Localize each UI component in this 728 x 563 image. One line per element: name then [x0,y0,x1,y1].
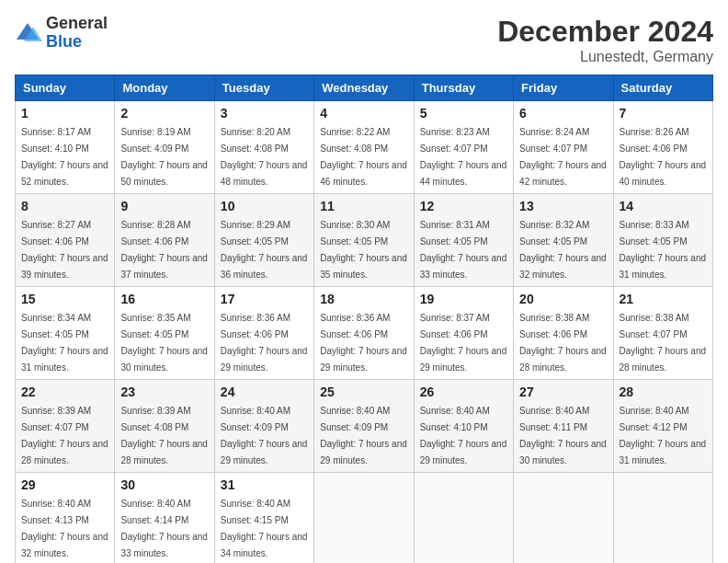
day-detail: Sunrise: 8:29 AMSunset: 4:05 PMDaylight:… [221,220,308,280]
day-detail: Sunrise: 8:38 AMSunset: 4:06 PMDaylight:… [519,313,607,373]
day-number: 10 [221,199,308,213]
calendar-cell: 9 Sunrise: 8:28 AMSunset: 4:06 PMDayligh… [115,194,214,287]
day-number: 3 [221,106,308,121]
day-detail: Sunrise: 8:23 AMSunset: 4:07 PMDaylight:… [420,127,507,187]
day-detail: Sunrise: 8:34 AMSunset: 4:05 PMDaylight:… [21,313,108,373]
day-detail: Sunrise: 8:40 AMSunset: 4:09 PMDaylight:… [320,406,407,465]
calendar-cell [314,473,414,564]
day-detail: Sunrise: 8:40 AMSunset: 4:12 PMDaylight:… [620,406,707,465]
day-number: 24 [221,385,308,399]
calendar-cell: 7 Sunrise: 8:26 AMSunset: 4:06 PMDayligh… [613,101,712,194]
day-number: 21 [620,292,707,306]
day-number: 14 [620,199,707,213]
calendar-cell: 22 Sunrise: 8:39 AMSunset: 4:07 PMDaylig… [16,380,115,473]
day-number: 5 [420,106,507,121]
day-number: 31 [221,477,308,492]
day-detail: Sunrise: 8:40 AMSunset: 4:10 PMDaylight:… [420,406,507,465]
day-number: 29 [21,477,108,492]
day-detail: Sunrise: 8:39 AMSunset: 4:07 PMDaylight:… [21,406,108,465]
calendar-cell: 26 Sunrise: 8:40 AMSunset: 4:10 PMDaylig… [414,380,513,473]
day-number: 27 [519,385,607,399]
day-detail: Sunrise: 8:22 AMSunset: 4:08 PMDaylight:… [320,127,407,187]
day-detail: Sunrise: 8:19 AMSunset: 4:09 PMDaylight:… [120,127,208,187]
day-number: 26 [420,385,507,399]
day-detail: Sunrise: 8:35 AMSunset: 4:05 PMDaylight:… [120,313,208,373]
calendar-cell: 24 Sunrise: 8:40 AMSunset: 4:09 PMDaylig… [214,380,313,473]
calendar-week-row: 15 Sunrise: 8:34 AMSunset: 4:05 PMDaylig… [16,287,713,380]
day-number: 13 [519,199,607,213]
day-number: 18 [320,292,407,306]
day-detail: Sunrise: 8:40 AMSunset: 4:15 PMDaylight:… [221,499,308,558]
logo-blue: Blue [46,33,108,52]
calendar-cell: 5 Sunrise: 8:23 AMSunset: 4:07 PMDayligh… [414,101,513,194]
day-number: 12 [420,199,507,213]
logo-general: General [46,15,108,33]
day-detail: Sunrise: 8:40 AMSunset: 4:14 PMDaylight:… [120,499,208,558]
weekday-header-tuesday: Tuesday [214,75,313,101]
calendar-cell: 6 Sunrise: 8:24 AMSunset: 4:07 PMDayligh… [514,101,613,194]
day-detail: Sunrise: 8:40 AMSunset: 4:13 PMDaylight:… [21,499,108,558]
calendar-cell: 29 Sunrise: 8:40 AMSunset: 4:13 PMDaylig… [16,473,115,564]
day-number: 15 [21,292,108,306]
calendar-week-row: 29 Sunrise: 8:40 AMSunset: 4:13 PMDaylig… [16,473,713,564]
day-number: 2 [120,106,208,121]
day-detail: Sunrise: 8:38 AMSunset: 4:07 PMDaylight:… [620,313,707,373]
day-detail: Sunrise: 8:26 AMSunset: 4:06 PMDaylight:… [620,127,707,187]
calendar-cell: 14 Sunrise: 8:33 AMSunset: 4:05 PMDaylig… [613,194,712,287]
weekday-header-saturday: Saturday [613,75,712,101]
day-number: 30 [120,477,208,492]
day-number: 8 [21,199,108,213]
calendar-table: SundayMondayTuesdayWednesdayThursdayFrid… [15,75,713,563]
calendar-cell [414,473,513,564]
day-number: 9 [120,199,208,213]
calendar-cell: 25 Sunrise: 8:40 AMSunset: 4:09 PMDaylig… [314,380,414,473]
calendar-cell: 20 Sunrise: 8:38 AMSunset: 4:06 PMDaylig… [514,287,613,380]
calendar-cell: 2 Sunrise: 8:19 AMSunset: 4:09 PMDayligh… [115,101,214,194]
calendar-cell: 13 Sunrise: 8:32 AMSunset: 4:05 PMDaylig… [514,194,613,287]
day-detail: Sunrise: 8:32 AMSunset: 4:05 PMDaylight:… [519,220,607,280]
day-detail: Sunrise: 8:37 AMSunset: 4:06 PMDaylight:… [420,313,507,373]
title-area: December 2024 Lunestedt, Germany [497,15,713,65]
calendar-cell: 1 Sunrise: 8:17 AMSunset: 4:10 PMDayligh… [16,101,115,194]
calendar-cell: 28 Sunrise: 8:40 AMSunset: 4:12 PMDaylig… [613,380,712,473]
day-detail: Sunrise: 8:39 AMSunset: 4:08 PMDaylight:… [120,406,208,465]
day-detail: Sunrise: 8:36 AMSunset: 4:06 PMDaylight:… [320,313,407,373]
calendar-cell [613,473,712,564]
calendar-cell: 19 Sunrise: 8:37 AMSunset: 4:06 PMDaylig… [414,287,513,380]
day-number: 19 [420,292,507,306]
calendar-cell: 21 Sunrise: 8:38 AMSunset: 4:07 PMDaylig… [613,287,712,380]
day-detail: Sunrise: 8:24 AMSunset: 4:07 PMDaylight:… [519,127,607,187]
calendar-week-row: 22 Sunrise: 8:39 AMSunset: 4:07 PMDaylig… [16,380,713,473]
calendar-cell: 10 Sunrise: 8:29 AMSunset: 4:05 PMDaylig… [214,194,313,287]
day-number: 11 [320,199,407,213]
calendar-cell: 15 Sunrise: 8:34 AMSunset: 4:05 PMDaylig… [16,287,115,380]
day-number: 16 [120,292,208,306]
day-number: 4 [320,106,407,121]
page-header: General Blue December 2024 Lunestedt, Ge… [15,15,713,65]
day-detail: Sunrise: 8:40 AMSunset: 4:11 PMDaylight:… [519,406,607,465]
day-number: 25 [320,385,407,399]
calendar-cell: 8 Sunrise: 8:27 AMSunset: 4:06 PMDayligh… [16,194,115,287]
calendar-cell: 17 Sunrise: 8:36 AMSunset: 4:06 PMDaylig… [214,287,313,380]
calendar-cell: 27 Sunrise: 8:40 AMSunset: 4:11 PMDaylig… [514,380,613,473]
month-title: December 2024 [497,15,713,49]
weekday-header-friday: Friday [514,75,613,101]
logo-icon [15,19,42,47]
weekday-header-wednesday: Wednesday [314,75,414,101]
day-detail: Sunrise: 8:31 AMSunset: 4:05 PMDaylight:… [420,220,507,280]
day-detail: Sunrise: 8:36 AMSunset: 4:06 PMDaylight:… [221,313,308,373]
calendar-cell: 18 Sunrise: 8:36 AMSunset: 4:06 PMDaylig… [314,287,414,380]
day-number: 1 [21,106,108,121]
day-detail: Sunrise: 8:40 AMSunset: 4:09 PMDaylight:… [221,406,308,465]
day-detail: Sunrise: 8:27 AMSunset: 4:06 PMDaylight:… [21,220,108,280]
day-number: 23 [120,385,208,399]
calendar-cell: 4 Sunrise: 8:22 AMSunset: 4:08 PMDayligh… [314,101,414,194]
day-detail: Sunrise: 8:28 AMSunset: 4:06 PMDaylight:… [120,220,208,280]
location-title: Lunestedt, Germany [497,49,713,65]
calendar-cell: 12 Sunrise: 8:31 AMSunset: 4:05 PMDaylig… [414,194,513,287]
weekday-header-sunday: Sunday [16,75,115,101]
calendar-week-row: 8 Sunrise: 8:27 AMSunset: 4:06 PMDayligh… [16,194,713,287]
logo: General Blue [15,15,108,52]
day-detail: Sunrise: 8:33 AMSunset: 4:05 PMDaylight:… [620,220,707,280]
day-detail: Sunrise: 8:17 AMSunset: 4:10 PMDaylight:… [21,127,108,187]
